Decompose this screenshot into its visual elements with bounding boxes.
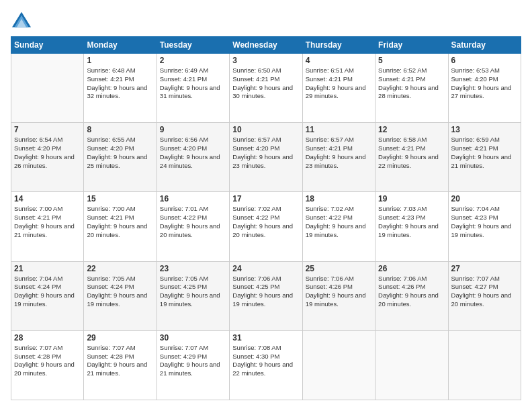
day-info: Sunrise: 7:05 AM Sunset: 4:25 PM Dayligh…	[160, 275, 226, 309]
calendar-cell: 1Sunrise: 6:48 AM Sunset: 4:21 PM Daylig…	[84, 54, 157, 123]
day-info: Sunrise: 7:06 AM Sunset: 4:26 PM Dayligh…	[306, 275, 372, 309]
header	[11, 11, 521, 30]
calendar-cell: 29Sunrise: 7:07 AM Sunset: 4:28 PM Dayli…	[84, 330, 157, 400]
calendar-cell: 14Sunrise: 7:00 AM Sunset: 4:21 PM Dayli…	[11, 192, 84, 261]
calendar-week-row: 21Sunrise: 7:04 AM Sunset: 4:24 PM Dayli…	[11, 261, 521, 330]
calendar-cell: 12Sunrise: 6:58 AM Sunset: 4:21 PM Dayli…	[375, 123, 448, 192]
calendar-cell	[11, 54, 84, 123]
day-info: Sunrise: 6:52 AM Sunset: 4:21 PM Dayligh…	[378, 66, 445, 101]
calendar-cell: 11Sunrise: 6:57 AM Sunset: 4:21 PM Dayli…	[302, 123, 375, 192]
day-info: Sunrise: 6:58 AM Sunset: 4:21 PM Dayligh…	[378, 136, 445, 170]
day-info: Sunrise: 7:08 AM Sunset: 4:30 PM Dayligh…	[232, 344, 299, 378]
day-number: 11	[306, 125, 372, 134]
calendar-cell: 10Sunrise: 6:57 AM Sunset: 4:20 PM Dayli…	[230, 123, 302, 192]
calendar-cell	[375, 330, 448, 400]
calendar-cell: 22Sunrise: 7:05 AM Sunset: 4:24 PM Dayli…	[84, 261, 157, 330]
calendar-cell: 20Sunrise: 7:04 AM Sunset: 4:23 PM Dayli…	[448, 192, 521, 261]
day-number: 23	[160, 264, 226, 273]
day-number: 21	[14, 264, 81, 273]
day-info: Sunrise: 6:55 AM Sunset: 4:20 PM Dayligh…	[87, 136, 153, 170]
day-number: 22	[87, 264, 153, 273]
calendar-cell: 8Sunrise: 6:55 AM Sunset: 4:20 PM Daylig…	[84, 123, 157, 192]
day-info: Sunrise: 7:07 AM Sunset: 4:28 PM Dayligh…	[14, 344, 81, 378]
day-info: Sunrise: 7:04 AM Sunset: 4:23 PM Dayligh…	[451, 205, 518, 239]
calendar-header-row: SundayMondayTuesdayWednesdayThursdayFrid…	[11, 37, 521, 54]
calendar-cell: 30Sunrise: 7:07 AM Sunset: 4:29 PM Dayli…	[157, 330, 229, 400]
day-info: Sunrise: 6:50 AM Sunset: 4:21 PM Dayligh…	[232, 66, 299, 101]
logo-icon	[11, 11, 32, 30]
calendar-cell: 26Sunrise: 7:06 AM Sunset: 4:26 PM Dayli…	[375, 261, 448, 330]
calendar-cell: 2Sunrise: 6:49 AM Sunset: 4:21 PM Daylig…	[157, 54, 229, 123]
day-info: Sunrise: 6:57 AM Sunset: 4:20 PM Dayligh…	[232, 136, 299, 170]
day-info: Sunrise: 6:48 AM Sunset: 4:21 PM Dayligh…	[87, 66, 153, 101]
calendar-week-row: 7Sunrise: 6:54 AM Sunset: 4:20 PM Daylig…	[11, 123, 521, 192]
day-info: Sunrise: 6:53 AM Sunset: 4:20 PM Dayligh…	[451, 66, 518, 101]
calendar-cell: 31Sunrise: 7:08 AM Sunset: 4:30 PM Dayli…	[230, 330, 302, 400]
calendar-cell: 24Sunrise: 7:06 AM Sunset: 4:25 PM Dayli…	[230, 261, 302, 330]
day-number: 19	[378, 194, 445, 203]
calendar-cell: 18Sunrise: 7:02 AM Sunset: 4:22 PM Dayli…	[302, 192, 375, 261]
day-number: 12	[378, 125, 445, 134]
day-number: 27	[451, 264, 518, 273]
day-header-monday: Monday	[84, 37, 157, 54]
day-number: 30	[160, 333, 226, 342]
calendar-cell	[302, 330, 375, 400]
day-number: 4	[306, 56, 372, 65]
day-number: 28	[14, 333, 81, 342]
day-number: 20	[451, 194, 518, 203]
calendar-cell: 15Sunrise: 7:00 AM Sunset: 4:21 PM Dayli…	[84, 192, 157, 261]
calendar-cell: 6Sunrise: 6:53 AM Sunset: 4:20 PM Daylig…	[448, 54, 521, 123]
day-info: Sunrise: 6:59 AM Sunset: 4:21 PM Dayligh…	[451, 136, 518, 170]
day-info: Sunrise: 7:00 AM Sunset: 4:21 PM Dayligh…	[87, 205, 153, 239]
day-info: Sunrise: 7:05 AM Sunset: 4:24 PM Dayligh…	[87, 275, 153, 309]
day-info: Sunrise: 6:54 AM Sunset: 4:20 PM Dayligh…	[14, 136, 81, 170]
day-header-wednesday: Wednesday	[230, 37, 302, 54]
day-number: 7	[14, 125, 81, 134]
calendar-week-row: 28Sunrise: 7:07 AM Sunset: 4:28 PM Dayli…	[11, 330, 521, 400]
calendar-cell: 9Sunrise: 6:56 AM Sunset: 4:20 PM Daylig…	[157, 123, 229, 192]
calendar-cell: 25Sunrise: 7:06 AM Sunset: 4:26 PM Dayli…	[302, 261, 375, 330]
day-number: 10	[232, 125, 299, 134]
day-info: Sunrise: 7:01 AM Sunset: 4:22 PM Dayligh…	[160, 205, 226, 239]
calendar-cell: 17Sunrise: 7:02 AM Sunset: 4:22 PM Dayli…	[230, 192, 302, 261]
day-number: 16	[160, 194, 226, 203]
day-number: 13	[451, 125, 518, 134]
day-number: 15	[87, 194, 153, 203]
day-info: Sunrise: 7:07 AM Sunset: 4:28 PM Dayligh…	[87, 344, 153, 378]
calendar-cell: 4Sunrise: 6:51 AM Sunset: 4:21 PM Daylig…	[302, 54, 375, 123]
day-info: Sunrise: 7:07 AM Sunset: 4:29 PM Dayligh…	[160, 344, 226, 378]
day-number: 18	[306, 194, 372, 203]
day-number: 29	[87, 333, 153, 342]
day-number: 14	[14, 194, 81, 203]
calendar-week-row: 14Sunrise: 7:00 AM Sunset: 4:21 PM Dayli…	[11, 192, 521, 261]
calendar-cell: 5Sunrise: 6:52 AM Sunset: 4:21 PM Daylig…	[375, 54, 448, 123]
day-number: 9	[160, 125, 226, 134]
day-info: Sunrise: 7:00 AM Sunset: 4:21 PM Dayligh…	[14, 205, 81, 239]
day-header-sunday: Sunday	[11, 37, 84, 54]
calendar-cell: 19Sunrise: 7:03 AM Sunset: 4:23 PM Dayli…	[375, 192, 448, 261]
day-info: Sunrise: 7:06 AM Sunset: 4:25 PM Dayligh…	[232, 275, 299, 309]
calendar-cell: 13Sunrise: 6:59 AM Sunset: 4:21 PM Dayli…	[448, 123, 521, 192]
calendar-cell: 23Sunrise: 7:05 AM Sunset: 4:25 PM Dayli…	[157, 261, 229, 330]
day-header-saturday: Saturday	[448, 37, 521, 54]
day-number: 1	[87, 56, 153, 65]
day-info: Sunrise: 7:06 AM Sunset: 4:26 PM Dayligh…	[378, 275, 445, 309]
calendar-cell: 3Sunrise: 6:50 AM Sunset: 4:21 PM Daylig…	[230, 54, 302, 123]
calendar-cell	[448, 330, 521, 400]
calendar-cell: 21Sunrise: 7:04 AM Sunset: 4:24 PM Dayli…	[11, 261, 84, 330]
calendar-table: SundayMondayTuesdayWednesdayThursdayFrid…	[11, 36, 521, 400]
day-number: 5	[378, 56, 445, 65]
day-header-friday: Friday	[375, 37, 448, 54]
day-header-tuesday: Tuesday	[157, 37, 229, 54]
calendar-cell: 27Sunrise: 7:07 AM Sunset: 4:27 PM Dayli…	[448, 261, 521, 330]
day-number: 6	[451, 56, 518, 65]
calendar-cell: 16Sunrise: 7:01 AM Sunset: 4:22 PM Dayli…	[157, 192, 229, 261]
day-header-thursday: Thursday	[302, 37, 375, 54]
day-info: Sunrise: 7:04 AM Sunset: 4:24 PM Dayligh…	[14, 275, 81, 309]
day-number: 26	[378, 264, 445, 273]
day-info: Sunrise: 7:07 AM Sunset: 4:27 PM Dayligh…	[451, 275, 518, 309]
day-number: 25	[306, 264, 372, 273]
day-number: 24	[232, 264, 299, 273]
logo	[11, 11, 35, 30]
day-number: 2	[160, 56, 226, 65]
